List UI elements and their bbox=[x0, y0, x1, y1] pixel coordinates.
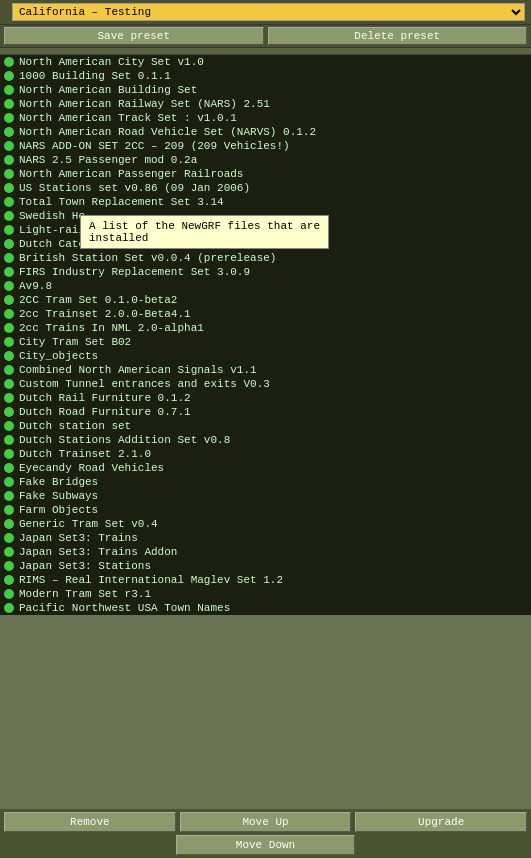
list-item[interactable]: Light-rail / Tramtracks bbox=[0, 223, 531, 237]
status-dot bbox=[4, 155, 14, 165]
item-label: Farm Objects bbox=[19, 504, 98, 516]
list-item[interactable]: NARS ADD-ON SET 2CC – 209 (209 Vehicles!… bbox=[0, 139, 531, 153]
list-item[interactable]: Modern Tram Set r3.1 bbox=[0, 587, 531, 601]
list-item[interactable]: Dutch Catenary bbox=[0, 237, 531, 251]
list-item[interactable]: Farm Objects bbox=[0, 503, 531, 517]
bottom-row-top: Remove Move Up Upgrade bbox=[0, 809, 531, 835]
item-label: NARS ADD-ON SET 2CC – 209 (209 Vehicles!… bbox=[19, 140, 290, 152]
status-dot bbox=[4, 351, 14, 361]
list-item[interactable]: Swedish Ho... bbox=[0, 209, 531, 223]
status-dot bbox=[4, 239, 14, 249]
list-item[interactable]: FIRS Industry Replacement Set 3.0.9 bbox=[0, 265, 531, 279]
list-item[interactable]: Total Town Replacement Set 3.14 bbox=[0, 195, 531, 209]
section-title bbox=[0, 48, 531, 55]
status-dot bbox=[4, 477, 14, 487]
list-item[interactable]: Dutch Road Furniture 0.7.1 bbox=[0, 405, 531, 419]
preset-select[interactable]: California – Testing bbox=[12, 3, 525, 21]
list-item[interactable]: Japan Set3: Trains bbox=[0, 531, 531, 545]
list-item[interactable]: NARS 2.5 Passenger mod 0.2a bbox=[0, 153, 531, 167]
list-item[interactable]: North American Track Set : v1.0.1 bbox=[0, 111, 531, 125]
list-item[interactable]: Dutch station set bbox=[0, 419, 531, 433]
item-label: Generic Tram Set v0.4 bbox=[19, 518, 158, 530]
list-item[interactable]: Pacific Northwest USA Town Names bbox=[0, 601, 531, 615]
item-label: Fake Subways bbox=[19, 490, 98, 502]
delete-preset-button[interactable]: Delete preset bbox=[268, 27, 528, 45]
list-item[interactable]: Dutch Trainset 2.1.0 bbox=[0, 447, 531, 461]
status-dot bbox=[4, 141, 14, 151]
status-dot bbox=[4, 463, 14, 473]
item-label: Dutch Trainset 2.1.0 bbox=[19, 448, 151, 460]
upgrade-button[interactable]: Upgrade bbox=[355, 812, 527, 832]
item-label: City_objects bbox=[19, 350, 98, 362]
status-dot bbox=[4, 71, 14, 81]
status-dot bbox=[4, 435, 14, 445]
list-item[interactable]: North American Road Vehicle Set (NARVS) … bbox=[0, 125, 531, 139]
status-dot bbox=[4, 589, 14, 599]
list-item[interactable]: City_objects bbox=[0, 349, 531, 363]
item-label: Dutch Road Furniture 0.7.1 bbox=[19, 406, 191, 418]
status-dot bbox=[4, 267, 14, 277]
list-item[interactable]: RIMS – Real International Maglev Set 1.2 bbox=[0, 573, 531, 587]
status-dot bbox=[4, 309, 14, 319]
list-item[interactable]: Fake Subways bbox=[0, 489, 531, 503]
list-item[interactable]: 2cc Trains In NML 2.0-alpha1 bbox=[0, 321, 531, 335]
status-dot bbox=[4, 491, 14, 501]
item-label: Total Town Replacement Set 3.14 bbox=[19, 196, 224, 208]
status-dot bbox=[4, 183, 14, 193]
move-down-button[interactable]: Move Down bbox=[176, 835, 354, 855]
list-item[interactable]: 1000 Building Set 0.1.1 bbox=[0, 69, 531, 83]
item-label: 2cc Trainset 2.0.0-Beta4.1 bbox=[19, 308, 191, 320]
status-dot bbox=[4, 295, 14, 305]
status-dot bbox=[4, 365, 14, 375]
item-label: Modern Tram Set r3.1 bbox=[19, 588, 151, 600]
status-dot bbox=[4, 533, 14, 543]
list-item[interactable]: Dutch Stations Addition Set v0.8 bbox=[0, 433, 531, 447]
move-up-button[interactable]: Move Up bbox=[180, 812, 352, 832]
list-item[interactable]: Av9.8 bbox=[0, 279, 531, 293]
item-label: Swedish Ho... bbox=[19, 210, 105, 222]
bottom-row-bottom: Move Down bbox=[0, 835, 531, 858]
list-item[interactable]: Eyecandy Road Vehicles bbox=[0, 461, 531, 475]
item-label: Fake Bridges bbox=[19, 476, 98, 488]
status-dot bbox=[4, 337, 14, 347]
item-label: US Stations set v0.86 (09 Jan 2006) bbox=[19, 182, 250, 194]
status-dot bbox=[4, 505, 14, 515]
item-label: British Station Set v0.0.4 (prerelease) bbox=[19, 252, 276, 264]
item-label: Av9.8 bbox=[19, 280, 52, 292]
status-dot bbox=[4, 113, 14, 123]
status-dot bbox=[4, 393, 14, 403]
status-dot bbox=[4, 449, 14, 459]
list-item[interactable]: North American Railway Set (NARS) 2.51 bbox=[0, 97, 531, 111]
item-label: Dutch Stations Addition Set v0.8 bbox=[19, 434, 230, 446]
item-label: North American Passenger Railroads bbox=[19, 168, 243, 180]
item-label: Pacific Northwest USA Town Names bbox=[19, 602, 230, 614]
list-area[interactable]: A list of the NewGRF files that areinsta… bbox=[0, 55, 531, 615]
item-label: Dutch Catenary bbox=[19, 238, 111, 250]
item-label: Japan Set3: Stations bbox=[19, 560, 151, 572]
list-item[interactable]: 2cc Trainset 2.0.0-Beta4.1 bbox=[0, 307, 531, 321]
list-item[interactable]: Combined North American Signals v1.1 bbox=[0, 363, 531, 377]
item-label: Custom Tunnel entrances and exits V0.3 bbox=[19, 378, 270, 390]
list-item[interactable]: North American Passenger Railroads bbox=[0, 167, 531, 181]
list-item[interactable]: Custom Tunnel entrances and exits V0.3 bbox=[0, 377, 531, 391]
item-label: FIRS Industry Replacement Set 3.0.9 bbox=[19, 266, 250, 278]
list-item[interactable]: Dutch Rail Furniture 0.1.2 bbox=[0, 391, 531, 405]
status-dot bbox=[4, 57, 14, 67]
remove-button[interactable]: Remove bbox=[4, 812, 176, 832]
list-item[interactable]: Japan Set3: Stations bbox=[0, 559, 531, 573]
list-item[interactable]: 2CC Tram Set 0.1.0-beta2 bbox=[0, 293, 531, 307]
list-item[interactable]: North American Building Set bbox=[0, 83, 531, 97]
list-item[interactable]: City Tram Set B02 bbox=[0, 335, 531, 349]
status-dot bbox=[4, 85, 14, 95]
list-item[interactable]: US Stations set v0.86 (09 Jan 2006) bbox=[0, 181, 531, 195]
item-label: Combined North American Signals v1.1 bbox=[19, 364, 257, 376]
list-item[interactable]: Fake Bridges bbox=[0, 475, 531, 489]
save-preset-button[interactable]: Save preset bbox=[4, 27, 264, 45]
list-item[interactable]: North American City Set v1.0 bbox=[0, 55, 531, 69]
list-item[interactable]: Japan Set3: Trains Addon bbox=[0, 545, 531, 559]
status-dot bbox=[4, 575, 14, 585]
list-item[interactable]: British Station Set v0.0.4 (prerelease) bbox=[0, 251, 531, 265]
item-label: NARS 2.5 Passenger mod 0.2a bbox=[19, 154, 197, 166]
list-item[interactable]: Generic Tram Set v0.4 bbox=[0, 517, 531, 531]
item-label: Dutch Rail Furniture 0.1.2 bbox=[19, 392, 191, 404]
